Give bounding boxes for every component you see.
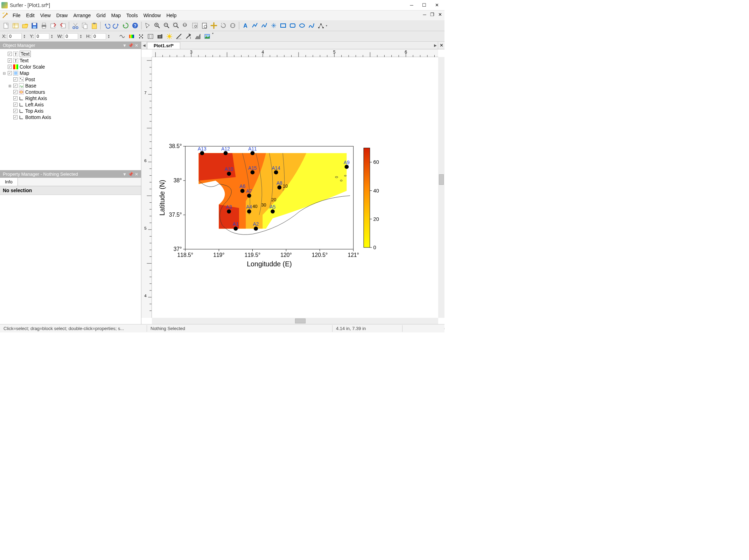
pan-button[interactable] bbox=[209, 21, 218, 30]
zoom-actual-button[interactable]: 1:1 bbox=[181, 21, 190, 30]
menu-arrange[interactable]: Arrange bbox=[70, 11, 93, 20]
polyline-button[interactable] bbox=[250, 21, 259, 30]
roundrect-button[interactable] bbox=[288, 21, 297, 30]
slope-button[interactable] bbox=[174, 32, 183, 41]
export-button[interactable] bbox=[49, 21, 58, 30]
h-down[interactable]: ▼ bbox=[107, 36, 110, 38]
tree-item-top-axis[interactable]: ✓Top Axis bbox=[1, 108, 140, 114]
freeform-button[interactable] bbox=[118, 32, 127, 41]
rainbow-button[interactable] bbox=[127, 32, 136, 41]
svg-rect-63 bbox=[19, 83, 24, 88]
tab-next-icon[interactable]: ▶ bbox=[433, 42, 438, 49]
text-button[interactable]: A bbox=[241, 21, 250, 30]
menu-tools[interactable]: Tools bbox=[124, 11, 141, 20]
menu-window[interactable]: Window bbox=[141, 11, 164, 20]
legend-button[interactable] bbox=[146, 32, 155, 41]
menu-draw[interactable]: Draw bbox=[54, 11, 71, 20]
zoom-sel-button[interactable] bbox=[190, 21, 200, 30]
rect-button[interactable] bbox=[279, 21, 288, 30]
tab-prev-icon[interactable]: ◀ bbox=[141, 42, 147, 49]
svg-point-22 bbox=[174, 23, 177, 27]
menu-map[interactable]: Map bbox=[108, 11, 124, 20]
refresh-button[interactable] bbox=[228, 21, 237, 30]
menu-grid[interactable]: Grid bbox=[93, 11, 108, 20]
menu-file[interactable]: File bbox=[10, 11, 23, 20]
maximize-button[interactable]: ☐ bbox=[418, 0, 430, 10]
tree-item-text[interactable]: ✓TText bbox=[1, 50, 140, 57]
print-button[interactable] bbox=[39, 21, 48, 30]
y-input[interactable] bbox=[35, 33, 49, 40]
svg-text:119.5°: 119.5° bbox=[245, 252, 261, 258]
menu-view[interactable]: View bbox=[37, 11, 54, 20]
tree-item-text[interactable]: ✓TText bbox=[1, 57, 140, 64]
copy-button[interactable] bbox=[80, 21, 89, 30]
vertical-scrollbar[interactable] bbox=[438, 57, 444, 318]
tab-info[interactable]: Info bbox=[0, 178, 18, 186]
horizontal-scrollbar[interactable] bbox=[152, 318, 438, 324]
document-tab[interactable]: Plot1.srf* bbox=[147, 42, 180, 49]
undo-button[interactable] bbox=[102, 21, 111, 30]
reshape-button[interactable] bbox=[316, 21, 326, 30]
paste-button[interactable] bbox=[90, 21, 99, 30]
zoom-page-button[interactable] bbox=[200, 21, 209, 30]
tb1-overflow[interactable]: ▾ bbox=[326, 24, 329, 27]
mdi-restore-button[interactable]: ❐ bbox=[429, 11, 435, 18]
om-pin-icon[interactable]: 📌 bbox=[128, 43, 133, 48]
tb2-overflow[interactable]: ▾ bbox=[212, 32, 216, 41]
image-button[interactable] bbox=[203, 32, 212, 41]
tree-item-color-scale[interactable]: ✓Color Scale bbox=[1, 64, 140, 70]
h-input[interactable] bbox=[92, 33, 106, 40]
tree-item-right-axis[interactable]: ✓Right Axis bbox=[1, 95, 140, 102]
close-button[interactable]: ✕ bbox=[430, 0, 443, 10]
import-button[interactable] bbox=[58, 21, 67, 30]
new-button[interactable] bbox=[1, 21, 10, 30]
save-button[interactable] bbox=[30, 21, 39, 30]
pm-menu-icon[interactable]: ▼ bbox=[122, 172, 127, 177]
freehand-button[interactable] bbox=[307, 21, 316, 30]
spline-button[interactable] bbox=[260, 21, 269, 30]
plot-canvas[interactable]: 10203040A1A2A3A4A5A6A7A8A9A10A11A12A13A1… bbox=[152, 57, 438, 318]
pm-pin-icon[interactable]: 📌 bbox=[128, 172, 133, 177]
svg-text:5: 5 bbox=[144, 226, 146, 230]
x-input[interactable] bbox=[8, 33, 22, 40]
cycle-button[interactable] bbox=[121, 21, 130, 30]
zoom-in-button[interactable] bbox=[153, 21, 162, 30]
tree-item-map[interactable]: ⊟✓Map bbox=[1, 70, 140, 76]
w-down[interactable]: ▼ bbox=[79, 36, 82, 38]
sun-button[interactable] bbox=[165, 32, 174, 41]
menu-edit[interactable]: Edit bbox=[23, 11, 37, 20]
x-down[interactable]: ▼ bbox=[23, 36, 26, 38]
wks-button[interactable] bbox=[11, 21, 20, 30]
tree-item-base[interactable]: ⊞✓Base bbox=[1, 83, 140, 89]
tree-item-post[interactable]: ✓Post bbox=[1, 76, 140, 83]
pm-close-icon[interactable]: ✕ bbox=[135, 172, 138, 177]
dots-button[interactable] bbox=[136, 32, 146, 41]
tab-close-icon[interactable]: ✕ bbox=[438, 42, 444, 49]
camera-button[interactable] bbox=[155, 32, 164, 41]
symbol-button[interactable] bbox=[269, 21, 278, 30]
menu-help[interactable]: Help bbox=[163, 11, 179, 20]
om-close-icon[interactable]: ✕ bbox=[135, 43, 138, 48]
ellipse-button[interactable] bbox=[298, 21, 307, 30]
shaded-button[interactable] bbox=[193, 32, 202, 41]
redo-button[interactable] bbox=[112, 21, 121, 30]
mdi-minimize-button[interactable]: ─ bbox=[421, 11, 428, 18]
y-down[interactable]: ▼ bbox=[51, 36, 53, 38]
w-input[interactable] bbox=[64, 33, 78, 40]
mdi-close-button[interactable]: ✕ bbox=[437, 11, 443, 18]
zoom-rect-button[interactable] bbox=[172, 21, 181, 30]
rotate-button[interactable] bbox=[219, 21, 228, 30]
minimize-button[interactable]: ─ bbox=[405, 0, 418, 10]
zoom-out-button[interactable] bbox=[162, 21, 171, 30]
cut-button[interactable] bbox=[71, 21, 80, 30]
open-button[interactable] bbox=[20, 21, 29, 30]
tree-item-left-axis[interactable]: ✓Left Axis bbox=[1, 102, 140, 108]
arrow-button[interactable] bbox=[143, 21, 152, 30]
om-menu-icon[interactable]: ▼ bbox=[122, 43, 127, 48]
svg-text:120.5°: 120.5° bbox=[312, 252, 328, 258]
tree-item-contours[interactable]: ✓Contours bbox=[1, 89, 140, 95]
object-tree[interactable]: ✓TText✓TText✓Color Scale⊟✓Map✓Post⊞✓Base… bbox=[0, 49, 141, 170]
vector-button[interactable]: t bbox=[184, 32, 193, 41]
tree-item-bottom-axis[interactable]: ✓Bottom Axis bbox=[1, 114, 140, 120]
help-button[interactable]: ? bbox=[131, 21, 140, 30]
